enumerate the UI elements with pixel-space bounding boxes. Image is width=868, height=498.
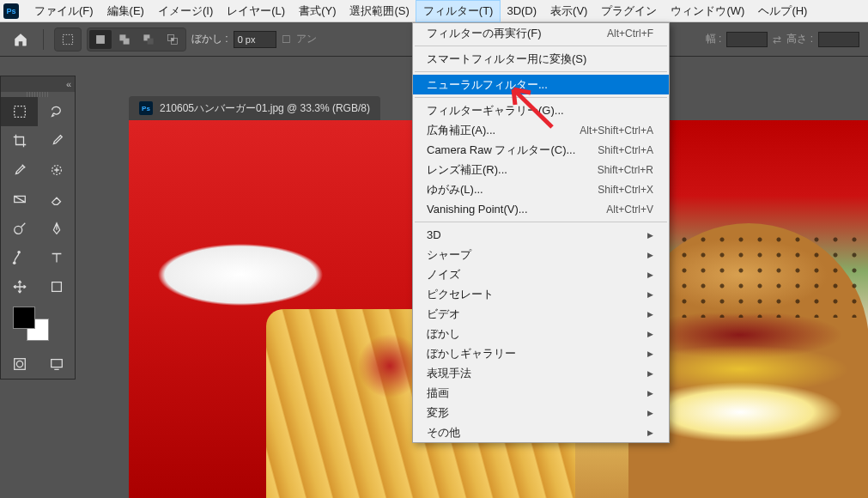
- document-title: 210605ハンバーガー01.jpg @ 33.3% (RGB/8): [160, 101, 370, 116]
- menu-window[interactable]: ウィンドウ(W): [664, 1, 751, 21]
- tool-gradient[interactable]: [1, 185, 38, 214]
- filter-menu-item[interactable]: ピクセレート: [413, 284, 669, 304]
- selection-subtract[interactable]: [137, 30, 160, 49]
- selection-add[interactable]: [113, 30, 136, 49]
- tool-marquee[interactable]: [1, 97, 38, 126]
- home-button[interactable]: [9, 27, 33, 52]
- tool-crop[interactable]: [1, 126, 38, 155]
- menu-item-shortcut: Alt+Ctrl+F: [607, 27, 653, 39]
- filter-menu-dropdown: フィルターの再実行(F)Alt+Ctrl+Fスマートフィルター用に変換(S)ニュ…: [412, 22, 670, 443]
- selection-new[interactable]: [89, 30, 112, 49]
- filter-menu-item[interactable]: フィルターギャラリー(G)...: [413, 100, 669, 120]
- menu-item-label: フィルターギャラリー(G)...: [427, 103, 564, 118]
- filter-menu-item[interactable]: 描画: [413, 383, 669, 403]
- tool-dodge[interactable]: [1, 214, 38, 243]
- menu-item-label: Camera Raw フィルター(C)...: [427, 143, 575, 158]
- menu-item-label: その他: [427, 425, 460, 440]
- tool-eyedropper[interactable]: [1, 155, 38, 185]
- filter-menu-item[interactable]: 3D: [413, 225, 669, 245]
- menu-separator: [415, 46, 667, 46]
- filter-menu-item[interactable]: シャープ: [413, 245, 669, 264]
- filter-menu-item[interactable]: ノイズ: [413, 264, 669, 284]
- filter-menu-item[interactable]: フィルターの再実行(F)Alt+Ctrl+F: [413, 23, 669, 43]
- menu-plugins[interactable]: プラグイン: [594, 1, 664, 21]
- menu-edit[interactable]: 編集(E): [100, 1, 151, 21]
- tool-screenmode[interactable]: [38, 349, 75, 379]
- tool-path[interactable]: [1, 243, 38, 272]
- filter-menu-item[interactable]: ゆがみ(L)...Shift+Ctrl+X: [413, 179, 669, 199]
- foreground-color[interactable]: [13, 307, 35, 329]
- menu-item-label: ニューラルフィルター...: [427, 77, 548, 93]
- menu-item-label: ノイズ: [427, 267, 460, 282]
- panel-collapse-icon[interactable]: «: [66, 79, 71, 89]
- menu-image[interactable]: イメージ(I): [151, 1, 220, 21]
- tool-shape[interactable]: [38, 272, 75, 301]
- svg-rect-8: [172, 38, 174, 40]
- selection-intersect[interactable]: [161, 30, 184, 49]
- tool-quickmask[interactable]: [1, 349, 38, 379]
- filter-menu-item[interactable]: Camera Raw フィルター(C)...Shift+Ctrl+A: [413, 140, 669, 160]
- image-content: [637, 232, 860, 318]
- tool-brush[interactable]: [38, 126, 75, 155]
- menu-item-label: 描画: [427, 386, 449, 401]
- menu-separator: [415, 222, 667, 222]
- svg-rect-18: [51, 360, 62, 367]
- tool-lasso[interactable]: [38, 97, 75, 126]
- width-label: 幅 :: [706, 32, 722, 46]
- marquee-tool-indicator[interactable]: [54, 27, 82, 52]
- menu-item-label: ピクセレート: [427, 287, 494, 302]
- menu-item-label: スマートフィルター用に変換(S): [427, 52, 586, 67]
- menu-item-shortcut: Shift+Ctrl+A: [598, 144, 653, 156]
- menu-item-label: Vanishing Point(V)...: [427, 203, 528, 216]
- menu-type[interactable]: 書式(Y): [292, 1, 343, 21]
- menu-3d[interactable]: 3D(D): [500, 2, 543, 20]
- menu-item-shortcut: Alt+Ctrl+V: [606, 203, 653, 216]
- filter-menu-item[interactable]: 広角補正(A)...Alt+Shift+Ctrl+A: [413, 120, 669, 140]
- color-swatches[interactable]: [1, 301, 75, 349]
- filter-menu-item[interactable]: ぼかし: [413, 324, 669, 343]
- width-field[interactable]: [726, 32, 768, 47]
- svg-point-13: [12, 262, 15, 265]
- menu-item-label: シャープ: [427, 247, 471, 263]
- menu-item-label: 広角補正(A)...: [427, 123, 495, 138]
- menu-item-label: フィルターの再実行(F): [427, 26, 542, 41]
- menu-separator: [415, 71, 667, 72]
- menu-item-label: 変形: [427, 405, 449, 421]
- height-field[interactable]: [818, 32, 859, 47]
- menu-filter[interactable]: フィルター(T): [416, 1, 501, 21]
- filter-menu-item[interactable]: スマートフィルター用に変換(S): [413, 49, 669, 69]
- svg-rect-3: [124, 38, 130, 44]
- app-icon: Ps: [3, 3, 19, 19]
- menu-item-label: ぼかし: [427, 326, 460, 342]
- menu-select[interactable]: 選択範囲(S): [343, 1, 416, 21]
- filter-menu-item[interactable]: ぼかしギャラリー: [413, 343, 669, 363]
- menu-help[interactable]: ヘルプ(H): [751, 1, 814, 21]
- menu-item-shortcut: Shift+Ctrl+X: [598, 184, 653, 196]
- filter-menu-item[interactable]: Vanishing Point(V)...Alt+Ctrl+V: [413, 199, 669, 219]
- menu-layer[interactable]: レイヤー(L): [220, 1, 292, 21]
- menu-item-label: ビデオ: [427, 307, 460, 322]
- document-tab[interactable]: Ps 210605ハンバーガー01.jpg @ 33.3% (RGB/8): [129, 96, 380, 120]
- filter-menu-item[interactable]: レンズ補正(R)...Shift+Ctrl+R: [413, 160, 669, 179]
- feather-label: ぼかし :: [191, 32, 228, 46]
- menu-file[interactable]: ファイル(F): [27, 1, 100, 21]
- tool-heal[interactable]: [38, 155, 75, 185]
- filter-menu-item[interactable]: ニューラルフィルター...: [413, 75, 669, 94]
- filter-menu-item[interactable]: ビデオ: [413, 304, 669, 324]
- filter-menu-item[interactable]: その他: [413, 422, 669, 442]
- svg-rect-16: [14, 359, 25, 370]
- menu-item-label: 3D: [427, 228, 441, 241]
- menu-separator: [415, 97, 667, 98]
- tool-eraser[interactable]: [38, 185, 75, 214]
- menu-view[interactable]: 表示(V): [543, 1, 594, 21]
- tool-pen[interactable]: [38, 214, 75, 243]
- feather-input[interactable]: [234, 31, 276, 48]
- filter-menu-item[interactable]: 変形: [413, 403, 669, 422]
- filter-menu-item[interactable]: 表現手法: [413, 363, 669, 383]
- svg-point-14: [17, 251, 21, 254]
- tool-move[interactable]: [1, 272, 38, 301]
- menu-item-shortcut: Shift+Ctrl+R: [598, 164, 653, 176]
- tool-text[interactable]: [38, 243, 75, 272]
- doc-icon: Ps: [139, 101, 153, 115]
- menu-item-label: レンズ補正(R)...: [427, 162, 507, 178]
